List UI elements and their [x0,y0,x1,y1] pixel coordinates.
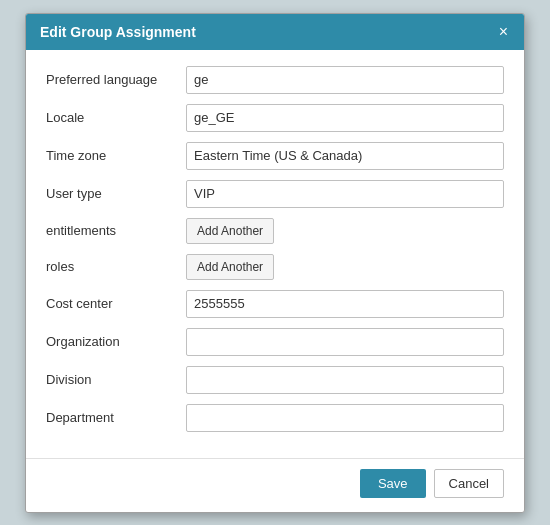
label-preferred-language: Preferred language [46,72,186,87]
input-preferred-language[interactable] [186,66,504,94]
label-division: Division [46,372,186,387]
label-time-zone: Time zone [46,148,186,163]
add-another-button-roles[interactable]: Add Another [186,254,274,280]
label-department: Department [46,410,186,425]
add-another-button-entitlements[interactable]: Add Another [186,218,274,244]
input-division[interactable] [186,366,504,394]
form-row-organization: Organization [46,328,504,356]
form-row-entitlements: entitlementsAdd Another [46,218,504,244]
label-user-type: User type [46,186,186,201]
input-department[interactable] [186,404,504,432]
dialog-footer: Save Cancel [26,458,524,512]
form-row-user-type: User type [46,180,504,208]
input-time-zone[interactable] [186,142,504,170]
dialog-header: Edit Group Assignment × [26,14,524,50]
form-row-cost-center: Cost center [46,290,504,318]
cancel-button[interactable]: Cancel [434,469,504,498]
form-row-locale: Locale [46,104,504,132]
label-locale: Locale [46,110,186,125]
input-organization[interactable] [186,328,504,356]
label-organization: Organization [46,334,186,349]
form-row-roles: rolesAdd Another [46,254,504,280]
form-row-division: Division [46,366,504,394]
form-row-preferred-language: Preferred language [46,66,504,94]
input-cost-center[interactable] [186,290,504,318]
save-button[interactable]: Save [360,469,426,498]
edit-group-assignment-dialog: Edit Group Assignment × Preferred langua… [25,13,525,513]
label-cost-center: Cost center [46,296,186,311]
form-row-department: Department [46,404,504,432]
form-row-time-zone: Time zone [46,142,504,170]
close-button[interactable]: × [497,24,510,40]
label-roles: roles [46,259,186,274]
label-entitlements: entitlements [46,223,186,238]
dialog-body: Preferred languageLocaleTime zoneUser ty… [26,50,524,458]
dialog-title: Edit Group Assignment [40,24,196,40]
input-user-type[interactable] [186,180,504,208]
input-locale[interactable] [186,104,504,132]
